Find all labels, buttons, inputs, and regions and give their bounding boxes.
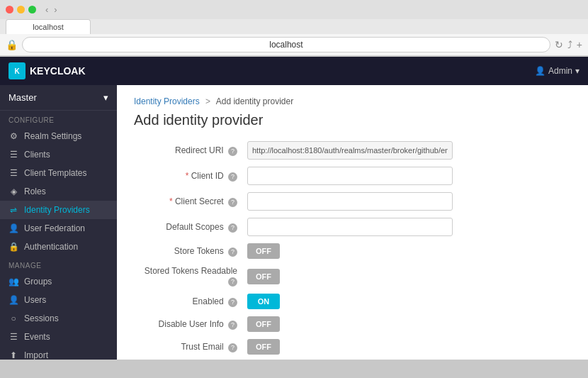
forward-button[interactable]: › (52, 4, 59, 15)
trust-email-toggle[interactable]: OFF (247, 339, 280, 355)
disable-user-info-help-icon[interactable]: ? (228, 321, 237, 330)
sidebar-item-sessions[interactable]: ○ Sessions (0, 309, 117, 328)
sidebar-item-label: Users (24, 295, 46, 305)
app-body: Master ▾ Configure ⚙ Realm Settings ☰ Cl… (0, 85, 588, 360)
trust-email-help-icon[interactable]: ? (228, 343, 237, 352)
trust-email-row: Trust Email ? OFF (134, 339, 571, 355)
browser-toolbar: 🔒 localhost ↻ ⤴ + (0, 34, 588, 56)
breadcrumb-parent-link[interactable]: Identity Providers (134, 96, 200, 106)
sidebar-item-users[interactable]: 👤 Users (0, 291, 117, 309)
nav-buttons: ‹ › (43, 4, 60, 15)
sidebar-item-label: Events (24, 332, 50, 342)
sidebar-item-label: User Federation (24, 223, 85, 233)
client-secret-row: * Client Secret ? (134, 192, 571, 211)
default-scopes-help-icon[interactable]: ? (228, 223, 237, 233)
manage-section-label: Manage (0, 256, 117, 272)
maximize-dot[interactable] (28, 6, 36, 13)
sidebar-item-label: Authentication (24, 242, 78, 252)
minimize-dot[interactable] (17, 6, 25, 13)
stored-tokens-readable-label: Stored Tokens Readable ? (134, 266, 247, 287)
sidebar-item-events[interactable]: ☰ Events (0, 328, 117, 346)
address-bar[interactable]: localhost (22, 37, 550, 52)
page-title: Add identity provider (134, 112, 571, 128)
sidebar-item-client-templates[interactable]: ☰ Client Templates (0, 164, 117, 182)
trust-email-label: Trust Email ? (134, 342, 247, 352)
redirect-uri-input (247, 141, 453, 160)
stored-tokens-readable-help-icon[interactable]: ? (228, 277, 237, 287)
sidebar-item-user-federation[interactable]: 👤 User Federation (0, 219, 117, 238)
close-dot[interactable] (6, 6, 13, 13)
share-icon[interactable]: ⤴ (567, 39, 572, 50)
disable-user-info-toggle[interactable]: OFF (247, 316, 280, 332)
sidebar-item-label: Clients (24, 150, 50, 160)
disable-user-info-row: Disable User Info ? OFF (134, 316, 571, 332)
client-secret-input[interactable] (247, 192, 453, 211)
redirect-uri-label: Redirect URI ? (134, 145, 247, 156)
browser-titlebar: ‹ › (0, 0, 588, 19)
logo-icon: K (9, 62, 26, 79)
client-templates-icon: ☰ (9, 168, 18, 178)
add-provider-form: Redirect URI ? * Client ID ? (134, 141, 571, 360)
app-container: K KEYCLOAK 👤 Admin ▾ Master ▾ Configure … (0, 57, 588, 360)
authentication-icon: 🔒 (9, 242, 18, 252)
sidebar-item-label: Identity Providers (24, 205, 90, 215)
admin-label: Admin (548, 66, 572, 76)
redirect-uri-help-icon[interactable]: ? (228, 147, 237, 156)
admin-chevron-icon: ▾ (575, 66, 579, 76)
realm-chevron-icon: ▾ (103, 92, 108, 103)
sidebar: Master ▾ Configure ⚙ Realm Settings ☰ Cl… (0, 85, 117, 360)
default-scopes-input[interactable] (247, 218, 453, 236)
browser-chrome: ‹ › localhost 🔒 localhost ↻ ⤴ + (0, 0, 588, 57)
address-text: localhost (269, 40, 303, 50)
enabled-toggle[interactable]: ON (247, 294, 280, 309)
sidebar-item-clients[interactable]: ☰ Clients (0, 145, 117, 164)
back-button[interactable]: ‹ (43, 4, 50, 15)
users-icon: 👤 (9, 295, 18, 305)
enabled-label: Enabled ? (134, 296, 247, 307)
realm-settings-icon: ⚙ (9, 131, 18, 141)
browser-tab[interactable]: localhost (6, 19, 91, 34)
client-secret-help-icon[interactable]: ? (228, 198, 237, 207)
admin-icon: 👤 (535, 66, 545, 76)
breadcrumb-separator: > (205, 96, 210, 106)
sidebar-realm-selector[interactable]: Master ▾ (0, 85, 117, 111)
redirect-uri-row: Redirect URI ? (134, 141, 571, 160)
sessions-icon: ○ (9, 313, 18, 323)
user-federation-icon: 👤 (9, 223, 18, 233)
groups-icon: 👥 (9, 277, 18, 287)
sidebar-item-label: Realm Settings (24, 131, 81, 141)
client-id-input[interactable] (247, 167, 453, 185)
realm-name: Master (9, 92, 37, 103)
default-scopes-label: Default Scopes ? (134, 222, 247, 233)
admin-menu[interactable]: 👤 Admin ▾ (535, 66, 579, 76)
sidebar-item-label: Import (24, 350, 48, 360)
sidebar-item-label: Client Templates (24, 168, 87, 178)
sidebar-item-groups[interactable]: 👥 Groups (0, 272, 117, 291)
roles-icon: ◈ (9, 187, 18, 196)
stored-tokens-readable-toggle[interactable]: OFF (247, 269, 280, 284)
events-icon: ☰ (9, 332, 18, 342)
sidebar-item-identity-providers[interactable]: ⇌ Identity Providers (0, 201, 117, 219)
enabled-row: Enabled ? ON (134, 294, 571, 309)
top-nav: K KEYCLOAK 👤 Admin ▾ (0, 57, 588, 85)
sidebar-item-roles[interactable]: ◈ Roles (0, 182, 117, 201)
store-tokens-toggle[interactable]: OFF (247, 243, 280, 259)
client-secret-label: * Client Secret ? (134, 196, 247, 207)
sidebar-item-authentication[interactable]: 🔒 Authentication (0, 238, 117, 256)
sidebar-item-import[interactable]: ⬆ Import (0, 346, 117, 360)
reload-icon[interactable]: ↻ (555, 39, 563, 50)
stored-tokens-readable-row: Stored Tokens Readable ? OFF (134, 266, 571, 287)
tab-bar: localhost (0, 19, 588, 34)
sidebar-item-realm-settings[interactable]: ⚙ Realm Settings (0, 127, 117, 145)
import-icon: ⬆ (9, 350, 18, 360)
client-id-help-icon[interactable]: ? (228, 172, 237, 182)
add-tab-icon[interactable]: + (577, 39, 582, 50)
sidebar-item-label: Sessions (24, 313, 59, 323)
traffic-lights (6, 6, 36, 13)
enabled-help-icon[interactable]: ? (228, 298, 237, 307)
main-content: Identity Providers > Add identity provid… (117, 85, 588, 360)
store-tokens-help-icon[interactable]: ? (228, 248, 237, 257)
configure-section-label: Configure (0, 111, 117, 127)
breadcrumb: Identity Providers > Add identity provid… (134, 96, 571, 106)
disable-user-info-label: Disable User Info ? (134, 319, 247, 330)
